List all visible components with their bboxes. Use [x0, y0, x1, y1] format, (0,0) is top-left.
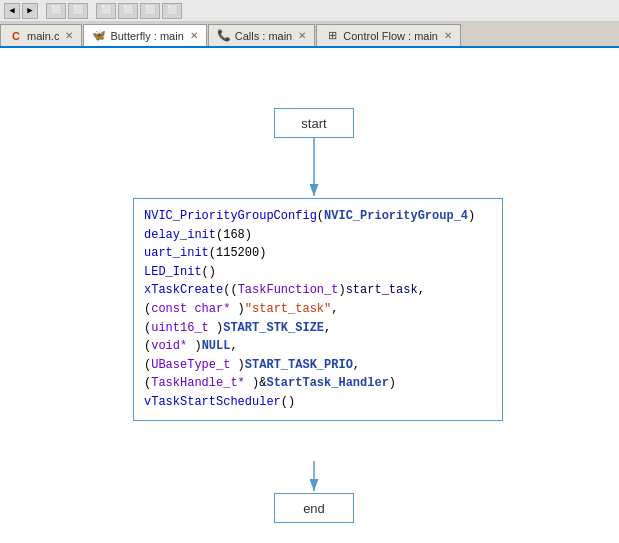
tab-butterfly-main[interactable]: 🦋 Butterfly : main ✕	[83, 24, 206, 46]
start-label: start	[301, 116, 326, 131]
tab-icon-main-c: C	[9, 29, 23, 43]
tab-close-main-c[interactable]: ✕	[65, 30, 73, 41]
tab-label-cf: Control Flow : main	[343, 30, 438, 42]
toolbar-btn-2[interactable]: ⬜	[68, 3, 88, 19]
code-line-6: (const char* )"start_task",	[144, 300, 492, 319]
tab-close-butterfly[interactable]: ✕	[190, 30, 198, 41]
toolbar-btn-forward[interactable]: ▶	[22, 3, 38, 19]
code-line-1: NVIC_PriorityGroupConfig(NVIC_PriorityGr…	[144, 207, 492, 226]
diagram: start NVIC_PriorityGroupConfig(NVIC_Prio…	[0, 48, 619, 543]
code-line-7: (uint16_t )START_STK_SIZE,	[144, 319, 492, 338]
func-nvic: NVIC_PriorityGroupConfig	[144, 209, 317, 223]
main-content: start NVIC_PriorityGroupConfig(NVIC_Prio…	[0, 48, 619, 543]
toolbar: ◀ ▶ ⬜ ⬜ ⬜ ⬜ ⬜ ⬜	[0, 0, 619, 22]
tab-icon-calls: 📞	[217, 29, 231, 43]
tab-bar: C main.c ✕ 🦋 Butterfly : main ✕ 📞 Calls …	[0, 22, 619, 48]
tab-icon-cf: ⊞	[325, 29, 339, 43]
tab-label-calls: Calls : main	[235, 30, 292, 42]
tab-main-c[interactable]: C main.c ✕	[0, 24, 82, 46]
toolbar-btn-6[interactable]: ⬜	[162, 3, 182, 19]
toolbar-btn-5[interactable]: ⬜	[140, 3, 160, 19]
toolbar-btn-back[interactable]: ◀	[4, 3, 20, 19]
code-line-3: uart_init(115200)	[144, 244, 492, 263]
code-line-5: xTaskCreate((TaskFunction_t)start_task,	[144, 281, 492, 300]
code-line-10: (TaskHandle_t* )&StartTask_Handler)	[144, 374, 492, 393]
tab-calls-main[interactable]: 📞 Calls : main ✕	[208, 24, 315, 46]
code-node: NVIC_PriorityGroupConfig(NVIC_PriorityGr…	[133, 198, 503, 421]
start-node: start	[274, 108, 354, 138]
code-line-8: (void* )NULL,	[144, 337, 492, 356]
end-label: end	[303, 501, 325, 516]
code-line-4: LED_Init()	[144, 263, 492, 282]
code-line-2: delay_init(168)	[144, 226, 492, 245]
code-line-9: (UBaseType_t )START_TASK_PRIO,	[144, 356, 492, 375]
tab-close-calls[interactable]: ✕	[298, 30, 306, 41]
toolbar-btn-3[interactable]: ⬜	[96, 3, 116, 19]
tab-label-main-c: main.c	[27, 30, 59, 42]
tab-label-butterfly: Butterfly : main	[110, 30, 183, 42]
code-line-11: vTaskStartScheduler()	[144, 393, 492, 412]
toolbar-btn-4[interactable]: ⬜	[118, 3, 138, 19]
tab-icon-butterfly: 🦋	[92, 29, 106, 43]
tab-close-cf[interactable]: ✕	[444, 30, 452, 41]
tab-control-flow[interactable]: ⊞ Control Flow : main ✕	[316, 24, 461, 46]
end-node: end	[274, 493, 354, 523]
toolbar-btn-1[interactable]: ⬜	[46, 3, 66, 19]
